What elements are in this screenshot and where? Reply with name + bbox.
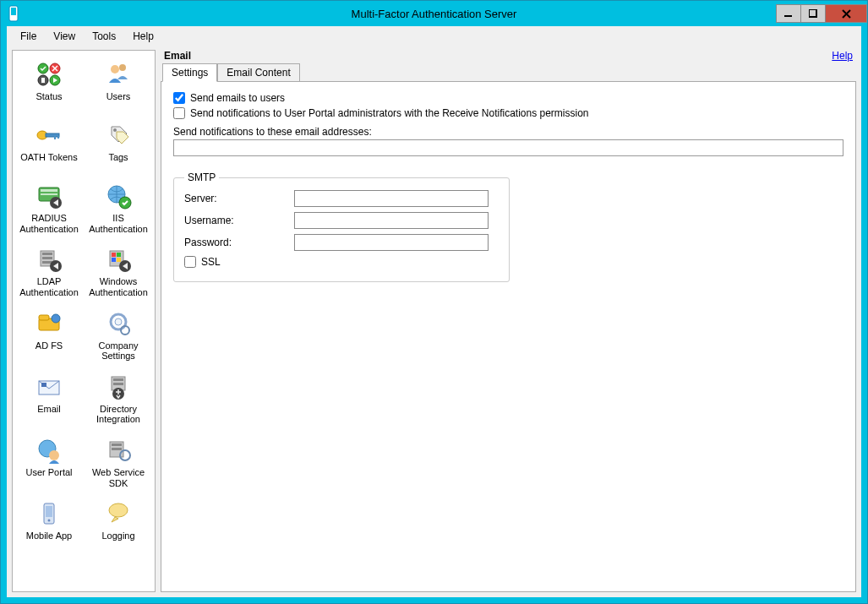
svg-point-46 (49, 450, 59, 460)
notif-addresses-input[interactable] (173, 139, 843, 156)
sidebar-item-iis-auth[interactable]: IIS Authentication (84, 177, 153, 237)
sidebar-item-label: Status (35, 91, 62, 102)
sidebar-item-email[interactable]: Email (14, 368, 84, 428)
svg-rect-12 (46, 133, 59, 137)
ldap-icon (34, 244, 64, 275)
adfs-icon (34, 308, 64, 339)
titlebar: Multi-Factor Authentication Server (1, 1, 867, 26)
tab-strip: Settings Email Content (162, 63, 856, 82)
tab-container: Settings Email Content Send emails to us… (161, 63, 856, 592)
sidebar-item-label: LDAP Authentication (16, 276, 82, 297)
smtp-ssl-label: SSL (201, 256, 221, 268)
email-icon (34, 372, 64, 402)
app-window: Multi-Factor Authentication Server File … (0, 0, 868, 604)
sidebar-item-windows-auth[interactable]: Windows Authentication (84, 241, 153, 301)
svg-rect-30 (112, 258, 116, 262)
notif-addresses-label: Send notifications to these email addres… (173, 126, 843, 138)
sidebar-item-label: Web Service SDK (85, 467, 151, 488)
svg-rect-14 (57, 136, 59, 139)
smtp-legend: SMTP (184, 171, 219, 183)
mobile-icon (34, 498, 64, 529)
gear-icon (103, 308, 134, 339)
svg-point-35 (52, 314, 60, 323)
sidebar-item-label: Windows Authentication (85, 276, 151, 297)
smtp-password-input[interactable] (294, 234, 489, 251)
smtp-ssl-row: SSL (184, 256, 499, 268)
sidebar-item-label: Directory Integration (85, 404, 151, 425)
smtp-username-row: Username: (184, 212, 499, 229)
content-area: Status Users (7, 46, 861, 597)
sidebar-item-label: Mobile App (26, 531, 72, 541)
smtp-server-label: Server: (184, 193, 294, 204)
smtp-password-row: Password: (184, 234, 499, 251)
sidebar-item-oath-tokens[interactable]: OATH Tokens (14, 117, 84, 174)
panel-header: Email Help (161, 50, 856, 63)
sidebar-item-directory-integration[interactable]: Directory Integration (84, 368, 153, 428)
minimize-button[interactable] (776, 4, 801, 23)
sidebar-item-label: IIS Authentication (85, 213, 151, 234)
app-icon (2, 2, 25, 25)
smtp-password-label: Password: (184, 237, 294, 248)
sidebar-item-label: User Portal (25, 467, 72, 478)
window-body: File View Tools Help (7, 26, 861, 597)
svg-rect-28 (112, 253, 116, 257)
sidebar-item-radius-auth[interactable]: RADIUS Authentication (14, 177, 84, 237)
svg-point-9 (111, 65, 119, 73)
sidebar-grid: Status Users (14, 56, 153, 552)
sidebar-item-web-service-sdk[interactable]: Web Service SDK (84, 432, 153, 492)
svg-rect-31 (117, 258, 121, 262)
sidebar-item-status[interactable]: Status (14, 56, 84, 113)
svg-point-54 (109, 503, 128, 517)
smtp-username-input[interactable] (294, 212, 489, 229)
send-emails-checkbox[interactable] (173, 92, 185, 104)
svg-rect-23 (42, 253, 52, 255)
svg-point-37 (115, 318, 122, 325)
menu-file[interactable]: File (12, 29, 45, 44)
tab-page-settings: Send emails to users Send notifications … (161, 81, 856, 592)
sidebar-item-label: Company Settings (85, 340, 151, 362)
send-notif-admins-row: Send notifications to User Portal admini… (173, 107, 843, 119)
svg-rect-42 (113, 378, 123, 381)
sidebar-item-ldap-auth[interactable]: LDAP Authentication (14, 241, 84, 301)
sidebar-item-label: Email (37, 404, 61, 415)
smtp-server-input[interactable] (294, 190, 489, 207)
svg-rect-2 (784, 15, 792, 17)
svg-rect-1 (11, 8, 16, 15)
svg-rect-29 (117, 253, 121, 257)
sidebar-item-company-settings[interactable]: Company Settings (84, 305, 153, 365)
svg-rect-40 (41, 383, 46, 387)
sidebar-item-tags[interactable]: Tags (84, 117, 153, 174)
svg-rect-7 (41, 78, 45, 83)
svg-rect-17 (41, 189, 57, 192)
sidebar-item-label: OATH Tokens (20, 152, 77, 163)
svg-rect-24 (42, 257, 52, 259)
sidebar-item-logging[interactable]: Logging (84, 495, 153, 552)
svg-point-53 (48, 520, 51, 522)
sidebar-item-adfs[interactable]: AD FS (14, 305, 84, 365)
svg-rect-13 (54, 136, 56, 139)
send-emails-label: Send emails to users (190, 92, 285, 104)
directory-icon (103, 372, 134, 402)
sidebar-item-label: Tags (108, 152, 128, 163)
windows-auth-icon (103, 244, 134, 275)
menu-tools[interactable]: Tools (84, 29, 124, 44)
sidebar-item-mobile-app[interactable]: Mobile App (14, 495, 84, 552)
window-title: Multi-Factor Authentication Server (1, 8, 867, 20)
sidebar-item-users[interactable]: Users (84, 56, 153, 113)
tab-settings[interactable]: Settings (162, 63, 217, 82)
sidebar-item-user-portal[interactable]: User Portal (14, 432, 84, 492)
sdk-icon (103, 435, 134, 465)
menu-view[interactable]: View (45, 29, 84, 44)
status-icon (34, 59, 64, 90)
help-link[interactable]: Help (832, 50, 853, 62)
window-controls (777, 4, 867, 23)
sidebar: Status Users (12, 50, 156, 592)
close-button[interactable] (825, 4, 867, 23)
maximize-button[interactable] (800, 4, 826, 23)
menu-help[interactable]: Help (124, 29, 162, 44)
smtp-ssl-checkbox[interactable] (184, 256, 196, 268)
smtp-username-label: Username: (184, 215, 294, 226)
tab-email-content[interactable]: Email Content (217, 63, 299, 82)
sidebar-item-label: Logging (101, 531, 134, 541)
send-notif-admins-checkbox[interactable] (173, 107, 185, 119)
